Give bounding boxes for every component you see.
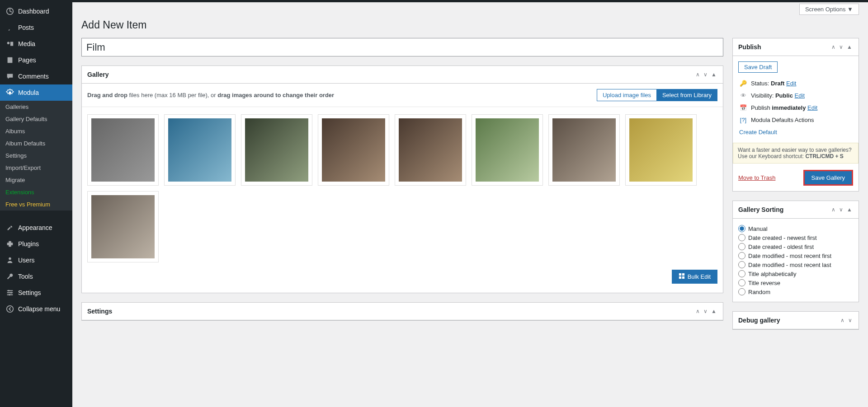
sorting-option[interactable]: Date modified - most recent first xyxy=(738,251,853,260)
sidebar-sub-extensions[interactable]: Extensions xyxy=(0,186,72,198)
sorting-radio[interactable] xyxy=(738,234,745,241)
sidebar-sub-gallery-defaults[interactable]: Gallery Defaults xyxy=(0,113,72,125)
sidebar-label: Plugins xyxy=(18,240,39,248)
chevron-down-icon[interactable]: ∨ xyxy=(847,316,853,324)
caret-up-icon[interactable]: ▲ xyxy=(846,43,853,51)
sorting-option[interactable]: Manual xyxy=(738,224,853,233)
edit-status-link[interactable]: Edit xyxy=(786,80,796,87)
plugin-icon xyxy=(5,239,14,248)
sidebar-item-settings[interactable]: Settings xyxy=(0,285,72,301)
chevron-down-icon[interactable]: ∨ xyxy=(703,70,708,79)
sidebar-item-users[interactable]: Users xyxy=(0,252,72,268)
gallery-thumbnail[interactable] xyxy=(87,114,159,186)
upload-image-files-button[interactable]: Upload image files xyxy=(597,89,657,101)
bulk-edit-button[interactable]: Bulk Edit xyxy=(672,270,717,284)
chevron-down-icon[interactable]: ∨ xyxy=(838,206,844,214)
thumbnail-image xyxy=(91,195,155,258)
sidebar-label: Users xyxy=(18,257,35,264)
sidebar-sub-free-vs-premium[interactable]: Free vs Premium xyxy=(0,198,72,211)
caret-up-icon[interactable]: ▲ xyxy=(846,206,853,214)
sorting-option-label: Title reverse xyxy=(748,280,780,286)
sidebar-item-comments[interactable]: Comments xyxy=(0,68,72,84)
sidebar-sub-album-defaults[interactable]: Album Defaults xyxy=(0,137,72,150)
save-gallery-button[interactable]: Save Gallery xyxy=(805,171,852,184)
sorting-option[interactable]: Random xyxy=(738,287,853,296)
sorting-radio[interactable] xyxy=(738,288,745,295)
status-label: Status: xyxy=(751,80,771,87)
sorting-radio[interactable] xyxy=(738,252,745,259)
defaults-actions-label: Modula Defaults Actions xyxy=(751,117,814,123)
sidebar-sub-settings[interactable]: Settings xyxy=(0,150,72,162)
admin-sidebar: Dashboard Posts Media Pages Comments Mod… xyxy=(0,0,72,407)
sidebar-item-collapse[interactable]: Collapse menu xyxy=(0,301,72,317)
move-to-trash-link[interactable]: Move to Trash xyxy=(738,174,775,181)
sidebar-item-dashboard[interactable]: Dashboard xyxy=(0,3,72,19)
sidebar-label: Comments xyxy=(18,73,49,80)
sidebar-sub-galleries[interactable]: Galleries xyxy=(0,101,72,113)
visibility-value: Public xyxy=(775,92,793,99)
gallery-thumbnail[interactable] xyxy=(548,114,620,186)
sidebar-sub-migrate[interactable]: Migrate xyxy=(0,174,72,186)
sidebar-label: Appearance xyxy=(18,224,52,231)
page-title: Add New Item xyxy=(81,15,859,38)
title-input[interactable] xyxy=(81,38,723,56)
screen-options-toggle[interactable]: Screen Options ▼ xyxy=(799,4,859,15)
thumbnail-image xyxy=(399,118,462,182)
sliders-icon xyxy=(5,288,14,297)
chevron-up-icon[interactable]: ∧ xyxy=(695,307,701,315)
gallery-thumbnail[interactable] xyxy=(164,114,236,186)
sorting-option-label: Date created - oldest first xyxy=(748,243,814,250)
sorting-radio[interactable] xyxy=(738,279,745,286)
gallery-thumbnail[interactable] xyxy=(395,114,466,186)
gallery-thumbnail[interactable] xyxy=(318,114,389,186)
chevron-up-icon[interactable]: ∧ xyxy=(830,206,836,214)
sidebar-item-appearance[interactable]: Appearance xyxy=(0,220,72,236)
sidebar-sub-albums[interactable]: Albums xyxy=(0,125,72,137)
chevron-down-icon[interactable]: ∨ xyxy=(703,307,708,315)
thumbnail-image xyxy=(168,118,231,182)
sorting-option-label: Random xyxy=(748,289,770,295)
sidebar-item-posts[interactable]: Posts xyxy=(0,19,72,36)
dashboard-icon xyxy=(5,7,14,16)
sorting-radio[interactable] xyxy=(738,270,745,277)
gallery-thumbnail[interactable] xyxy=(241,114,312,186)
bulk-edit-label: Bulk Edit xyxy=(688,273,711,280)
save-gallery-highlight: Save Gallery xyxy=(803,170,853,186)
select-from-library-button[interactable]: Select from Library xyxy=(656,89,717,101)
sorting-radio[interactable] xyxy=(738,243,745,250)
save-draft-button[interactable]: Save Draft xyxy=(738,61,778,73)
sidebar-label: Settings xyxy=(18,289,41,296)
chevron-down-icon[interactable]: ∨ xyxy=(838,43,844,51)
sidebar-item-plugins[interactable]: Plugins xyxy=(0,236,72,252)
create-default-link[interactable]: Create Default xyxy=(738,126,778,139)
sorting-option[interactable]: Date created - newest first xyxy=(738,233,853,242)
sidebar-sub-import-export[interactable]: Import/Export xyxy=(0,162,72,174)
sorting-radio[interactable] xyxy=(738,225,745,232)
debug-box-title: Debug gallery xyxy=(738,317,780,324)
instructions-bold: Drag and drop xyxy=(87,92,127,98)
sorting-radio[interactable] xyxy=(738,261,745,268)
sorting-option[interactable]: Date created - oldest first xyxy=(738,242,853,251)
debug-gallery-box: Debug gallery ∧ ∨ xyxy=(732,311,859,330)
sidebar-item-tools[interactable]: Tools xyxy=(0,268,72,285)
gallery-thumbnail[interactable] xyxy=(87,191,159,262)
sorting-option[interactable]: Title reverse xyxy=(738,278,853,287)
edit-publish-link[interactable]: Edit xyxy=(807,104,817,111)
sorting-option[interactable]: Title alphabetically xyxy=(738,269,853,278)
caret-up-icon[interactable]: ▲ xyxy=(710,307,717,315)
gallery-thumbnail[interactable] xyxy=(472,114,543,186)
chevron-up-icon[interactable]: ∧ xyxy=(840,316,845,324)
gallery-instructions: Drag and drop files here (max 16 MB per … xyxy=(87,92,334,98)
sidebar-item-pages[interactable]: Pages xyxy=(0,52,72,68)
chevron-up-icon[interactable]: ∧ xyxy=(695,70,701,79)
sidebar-item-modula[interactable]: Modula xyxy=(0,84,72,101)
chevron-up-icon[interactable]: ∧ xyxy=(830,43,836,51)
caret-up-icon[interactable]: ▲ xyxy=(710,70,717,79)
help-icon: [?] xyxy=(739,117,747,123)
edit-visibility-link[interactable]: Edit xyxy=(795,92,805,99)
sorting-option-label: Manual xyxy=(748,225,768,232)
gallery-thumbnail[interactable] xyxy=(625,114,697,186)
gallery-box-title: Gallery xyxy=(87,71,108,78)
sidebar-item-media[interactable]: Media xyxy=(0,36,72,52)
sorting-option[interactable]: Date modified - most recent last xyxy=(738,260,853,269)
